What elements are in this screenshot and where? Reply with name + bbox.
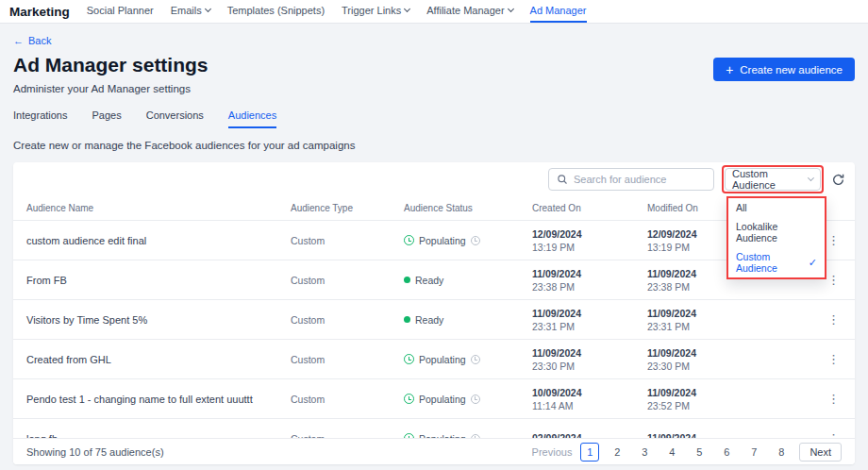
chevron-down-icon [404, 6, 410, 12]
audience-name: Created from GHL [26, 354, 291, 365]
tab-integrations[interactable]: Integrations [13, 109, 67, 128]
status-icon [404, 235, 414, 245]
status-icon [404, 354, 414, 364]
dropdown-option-all[interactable]: All [728, 198, 825, 217]
plus-icon: + [726, 63, 733, 76]
tab-conversions[interactable]: Conversions [146, 109, 204, 128]
audience-status: Ready [404, 275, 532, 286]
next-page-button[interactable]: Next [799, 443, 842, 462]
back-link[interactable]: ← Back [13, 35, 51, 46]
dropdown-option-label: Custom Audience [736, 251, 809, 274]
status-icon [404, 394, 414, 404]
table-row: Pendo test 1 - changing name to full ext… [13, 379, 855, 419]
audience-status: Populating [404, 235, 532, 246]
status-label: Populating [419, 394, 466, 405]
audience-name: Pendo test 1 - changing name to full ext… [26, 394, 291, 405]
brand-title: Marketing [9, 0, 70, 23]
status-label: Populating [419, 354, 466, 365]
status-info-icon[interactable] [471, 236, 480, 245]
audience-type: Custom [291, 275, 404, 286]
status-info-icon[interactable] [471, 355, 480, 364]
row-actions-button[interactable]: ⋮ [824, 233, 843, 247]
page-button-7[interactable]: 7 [744, 443, 763, 462]
audience-type: Custom [291, 394, 404, 405]
audience-status: Ready [404, 314, 532, 326]
page-button-6[interactable]: 6 [717, 443, 736, 462]
audience-type-select[interactable]: Custom Audience [725, 168, 821, 191]
page-subtitle: Administer your Ad Manager settings [13, 83, 209, 94]
audience-type: Custom [291, 354, 404, 365]
search-box[interactable] [548, 168, 714, 191]
page-button-5[interactable]: 5 [690, 443, 709, 462]
nav-label: Emails [171, 5, 202, 16]
nav-item-trigger-links[interactable]: Trigger Links [342, 0, 409, 23]
nav-item-affiliate-manager[interactable]: Affiliate Manager [426, 0, 512, 23]
nav-label: Trigger Links [342, 5, 401, 16]
search-icon [557, 174, 568, 185]
audience-type: Custom [291, 314, 404, 326]
modified-on: 11/09/202423:52 PM [647, 387, 798, 411]
settings-tabs: Integrations Pages Conversions Audiences [13, 109, 855, 128]
chevron-down-icon [205, 6, 211, 12]
page-button-2[interactable]: 2 [608, 443, 626, 462]
status-icon [404, 316, 410, 323]
results-summary: Showing 10 of 75 audience(s) [26, 446, 164, 458]
nav-item-social-planner[interactable]: Social Planner [87, 0, 154, 23]
refresh-button[interactable] [831, 173, 845, 187]
refresh-icon [831, 173, 845, 187]
audience-name: Visitors by Time Spent 5% [26, 314, 291, 326]
nav-label: Social Planner [87, 5, 154, 16]
tab-audiences[interactable]: Audiences [228, 109, 276, 128]
row-actions-button[interactable]: ⋮ [824, 273, 843, 287]
table-row: Visitors by Time Spent 5% Custom Ready 1… [13, 300, 855, 340]
pagination: Previous 1 2 3 4 5 6 7 8 Next [532, 443, 842, 462]
audience-name: From FB [26, 275, 291, 286]
nav-label: Templates (Snippets) [227, 5, 325, 16]
section-description: Create new or manage the Facebook audien… [13, 140, 855, 151]
selected-filter-value: Custom Audience [732, 168, 809, 191]
top-navigation: Marketing Social Planner Emails Template… [0, 0, 868, 24]
row-actions-button[interactable]: ⋮ [824, 352, 843, 366]
created-on: 11/09/202423:31 PM [532, 308, 647, 332]
audience-name: custom audience edit final [26, 235, 291, 246]
search-input[interactable] [574, 174, 706, 185]
previous-page-button[interactable]: Previous [532, 446, 573, 458]
nav-label: Ad Manager [530, 5, 587, 16]
dropdown-option-lookalike[interactable]: Lookalike Audience [728, 217, 825, 247]
page-button-3[interactable]: 3 [635, 443, 654, 462]
nav-label: Affiliate Manager [426, 5, 504, 16]
dropdown-option-custom[interactable]: Custom Audience ✓ [728, 247, 825, 277]
page-button-1[interactable]: 1 [580, 443, 599, 462]
col-audience-type: Audience Type [291, 203, 404, 213]
created-on: 11/09/202423:38 PM [532, 268, 647, 293]
table-row: Created from GHL Custom Populating 11/09… [13, 340, 855, 379]
status-label: Ready [415, 314, 443, 326]
created-on: 11/09/202423:30 PM [532, 347, 647, 372]
status-label: Ready [415, 275, 443, 286]
tab-pages[interactable]: Pages [92, 109, 121, 128]
table-footer: Showing 10 of 75 audience(s) Previous 1 … [13, 438, 855, 464]
check-icon: ✓ [809, 257, 817, 269]
card-toolbar: Custom Audience [13, 162, 855, 196]
nav-item-emails[interactable]: Emails [171, 0, 210, 23]
back-arrow-icon: ← [13, 35, 24, 46]
row-actions-button[interactable]: ⋮ [824, 312, 843, 327]
chevron-down-icon [508, 6, 514, 12]
audience-status: Populating [404, 394, 532, 405]
status-label: Populating [419, 235, 466, 246]
create-audience-button[interactable]: + Create new audience [713, 58, 855, 81]
nav-item-ad-manager[interactable]: Ad Manager [530, 0, 587, 23]
status-info-icon[interactable] [471, 394, 480, 404]
audiences-card: Custom Audience All Lookalike Audience C… [13, 162, 855, 464]
page-button-4[interactable]: 4 [662, 443, 681, 462]
nav-item-templates[interactable]: Templates (Snippets) [227, 0, 325, 23]
created-on: 12/09/202413:19 PM [532, 228, 647, 253]
created-on: 10/09/202411:14 AM [532, 387, 647, 411]
annotation-highlight-select: Custom Audience [722, 165, 824, 193]
audience-type: Custom [291, 235, 404, 246]
row-actions-button[interactable]: ⋮ [824, 392, 843, 406]
page-button-8[interactable]: 8 [772, 443, 791, 462]
col-audience-name: Audience Name [26, 203, 291, 213]
page-title: Ad Manager settings [13, 54, 209, 76]
col-created-on: Created On [532, 203, 647, 213]
